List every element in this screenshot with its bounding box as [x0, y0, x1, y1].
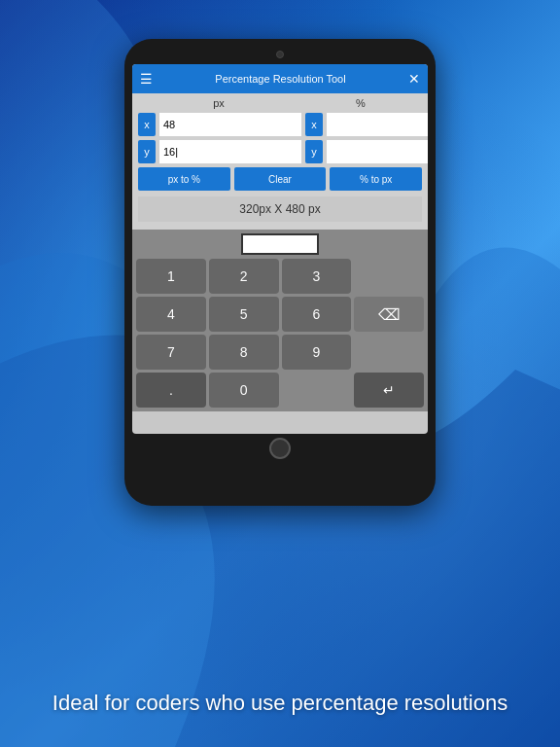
x-right-label: x	[305, 113, 323, 136]
y-px-input[interactable]	[159, 140, 301, 163]
clear-button[interactable]: Clear	[234, 167, 327, 191]
key-6[interactable]: 6	[282, 297, 352, 332]
key-3[interactable]: 3	[282, 259, 352, 294]
key-2[interactable]: 2	[209, 259, 279, 294]
column-headers: px %	[138, 97, 422, 109]
text-input-bar[interactable]	[241, 233, 319, 255]
px-to-percent-button[interactable]: px to %	[138, 167, 230, 191]
y-right-label: y	[305, 140, 323, 163]
app-title: Percentage Resolution Tool	[215, 73, 345, 85]
px-column-header: px	[138, 97, 280, 109]
y-input-row: y y	[138, 140, 422, 163]
tablet-camera	[276, 51, 284, 58]
tablet-screen: ☰ Percentage Resolution Tool ✕ px % x x …	[132, 64, 428, 434]
y-percent-input[interactable]	[327, 140, 428, 163]
key-4[interactable]: 4	[136, 297, 206, 332]
key-7[interactable]: 7	[136, 335, 206, 370]
backspace-key[interactable]: ⌫	[354, 297, 424, 332]
action-buttons: px to % Clear % to px	[138, 167, 422, 191]
bottom-tagline: Ideal for coders who use percentage reso…	[0, 689, 560, 718]
key-9[interactable]: 9	[282, 335, 352, 370]
keyboard-area: 1 2 3 4 5 6 ⌫ 7 8 9 . 0 ↵	[132, 230, 428, 411]
x-left-label: x	[138, 113, 156, 136]
x-percent-input[interactable]	[327, 113, 428, 136]
app-content: px % x x y y px to % Clear % to px	[132, 93, 428, 230]
keyboard-grid: 1 2 3 4 5 6 ⌫ 7 8 9 . 0 ↵	[136, 259, 424, 408]
x-input-row: x x	[138, 113, 422, 136]
close-icon[interactable]: ✕	[408, 71, 420, 87]
app-header: ☰ Percentage Resolution Tool ✕	[132, 64, 428, 93]
menu-icon[interactable]: ☰	[140, 71, 153, 87]
y-left-label: y	[138, 140, 156, 163]
key-5[interactable]: 5	[209, 297, 279, 332]
key-0[interactable]: 0	[209, 373, 279, 408]
key-8[interactable]: 8	[209, 335, 279, 370]
tablet-device: ☰ Percentage Resolution Tool ✕ px % x x …	[124, 39, 436, 506]
result-display: 320px X 480 px	[138, 196, 422, 222]
key-1[interactable]: 1	[136, 259, 206, 294]
key-dot[interactable]: .	[136, 373, 206, 408]
tablet-home-button[interactable]	[269, 438, 291, 459]
percent-column-header: %	[280, 97, 422, 109]
x-px-input[interactable]	[159, 113, 301, 136]
key-enter[interactable]: ↵	[354, 373, 424, 408]
percent-to-px-button[interactable]: % to px	[330, 167, 422, 191]
